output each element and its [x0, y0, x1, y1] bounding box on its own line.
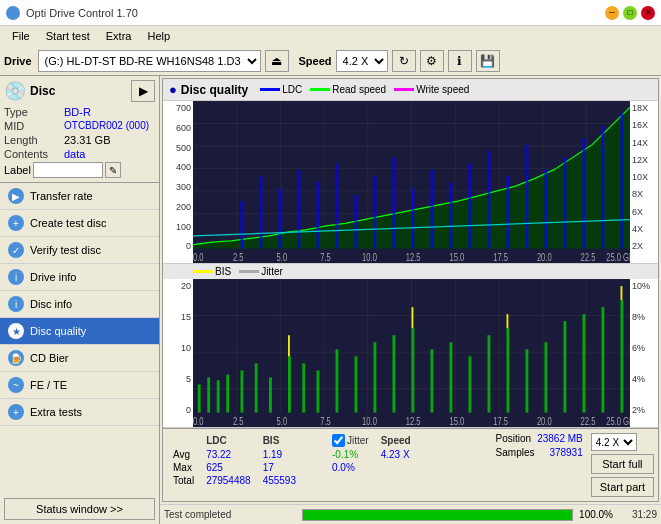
- close-button[interactable]: ✕: [641, 6, 655, 20]
- jitter-checkbox[interactable]: [332, 434, 345, 447]
- menu-help[interactable]: Help: [139, 28, 178, 44]
- settings-button[interactable]: ⚙: [420, 50, 444, 72]
- refresh-button[interactable]: ↻: [392, 50, 416, 72]
- cd-bier-icon: 🍺: [8, 350, 24, 366]
- avg-label: Avg: [167, 448, 200, 461]
- svg-text:5.0: 5.0: [277, 415, 288, 427]
- top-chart-y-axis-left: 700 600 500 400 300 200 100 0: [163, 101, 193, 263]
- svg-rect-76: [374, 343, 377, 413]
- avg-jitter: -0.1%: [326, 448, 375, 461]
- svg-text:10.0: 10.0: [362, 415, 377, 427]
- svg-rect-22: [317, 182, 320, 248]
- svg-rect-28: [431, 170, 434, 249]
- ldc-legend-color: [260, 88, 280, 91]
- start-full-button[interactable]: Start full: [591, 454, 654, 474]
- svg-rect-67: [226, 375, 229, 413]
- fe-te-icon: ~: [8, 377, 24, 393]
- status-text: Test completed: [164, 509, 298, 520]
- nav-label-transfer-rate: Transfer rate: [30, 190, 93, 202]
- top-chart-canvas: 0.0 2.5 5.0 7.5 10.0 12.5 15.0 17.5 20.0…: [193, 101, 630, 263]
- total-label: Total: [167, 474, 200, 487]
- svg-rect-70: [269, 378, 272, 413]
- menu-start-test[interactable]: Start test: [38, 28, 98, 44]
- drive-select[interactable]: (G:) HL-DT-ST BD-RE WH16NS48 1.D3: [38, 50, 261, 72]
- svg-text:22.5: 22.5: [581, 252, 596, 263]
- nav-item-transfer-rate[interactable]: ▶ Transfer rate: [0, 183, 159, 210]
- right-panel: ● Disc quality LDC Read speed: [160, 76, 661, 524]
- nav-label-create-test-disc: Create test disc: [30, 217, 106, 229]
- svg-text:7.5: 7.5: [320, 252, 331, 263]
- progress-area: Test completed 100.0% 31:29: [160, 504, 661, 524]
- app-icon: [6, 6, 20, 20]
- svg-rect-71: [288, 357, 291, 413]
- svg-rect-66: [217, 381, 220, 413]
- menu-extra[interactable]: Extra: [98, 28, 140, 44]
- nav-item-cd-bier[interactable]: 🍺 CD Bier: [0, 345, 159, 372]
- type-label: Type: [4, 106, 64, 118]
- disc-section: 💿 Disc ▶ Type BD-R MID OTCBDR002 (000) L…: [0, 76, 159, 183]
- label-input[interactable]: [33, 162, 103, 178]
- extra-tests-icon: +: [8, 404, 24, 420]
- write-legend-color: [394, 88, 414, 91]
- svg-rect-32: [507, 176, 510, 248]
- jitter-checkbox-label[interactable]: Jitter: [332, 434, 369, 447]
- svg-rect-18: [241, 201, 244, 248]
- svg-text:12.5: 12.5: [406, 252, 421, 263]
- svg-text:22.5: 22.5: [581, 415, 596, 427]
- svg-rect-38: [621, 113, 624, 248]
- disc-icon: 💿: [4, 80, 26, 102]
- svg-rect-37: [602, 126, 605, 248]
- nav-item-disc-info[interactable]: i Disc info: [0, 291, 159, 318]
- nav-label-disc-info: Disc info: [30, 298, 72, 310]
- disc-quality-legend: LDC Read speed Write speed: [260, 84, 469, 95]
- save-button[interactable]: 💾: [476, 50, 500, 72]
- bis-col-header: BIS: [257, 433, 302, 448]
- nav-item-disc-quality[interactable]: ★ Disc quality: [0, 318, 159, 345]
- write-legend-label: Write speed: [416, 84, 469, 95]
- nav-label-drive-info: Drive info: [30, 271, 76, 283]
- svg-rect-29: [450, 182, 453, 248]
- svg-rect-80: [450, 343, 453, 413]
- max-ldc: 625: [200, 461, 257, 474]
- top-chart-section: 700 600 500 400 300 200 100 0: [163, 101, 658, 264]
- disc-quality-title: Disc quality: [181, 83, 248, 97]
- svg-text:17.5: 17.5: [493, 415, 508, 427]
- label-edit-button[interactable]: ✎: [105, 162, 121, 178]
- mid-label: MID: [4, 120, 64, 132]
- right-stats: Position 23862 MB Samples 378931: [496, 433, 583, 497]
- nav-item-extra-tests[interactable]: + Extra tests: [0, 399, 159, 426]
- eject-button[interactable]: ⏏: [265, 50, 289, 72]
- length-label: Length: [4, 134, 64, 146]
- svg-rect-20: [279, 188, 282, 248]
- nav-item-drive-info[interactable]: i Drive info: [0, 264, 159, 291]
- nav-item-create-test-disc[interactable]: + Create test disc: [0, 210, 159, 237]
- speed-select[interactable]: 4.2 X: [336, 50, 388, 72]
- position-value: 23862 MB: [537, 433, 583, 444]
- svg-text:15.0: 15.0: [450, 415, 465, 427]
- nav-item-verify-test-disc[interactable]: ✓ Verify test disc: [0, 237, 159, 264]
- jitter-legend-color: [239, 270, 259, 273]
- nav-label-verify-test-disc: Verify test disc: [30, 244, 101, 256]
- maximize-button[interactable]: □: [623, 6, 637, 20]
- disc-action-button[interactable]: ▶: [131, 80, 155, 102]
- app-title: Opti Drive Control 1.70: [26, 7, 138, 19]
- label-field-label: Label: [4, 164, 31, 176]
- start-part-button[interactable]: Start part: [591, 477, 654, 497]
- nav-item-fe-te[interactable]: ~ FE / TE: [0, 372, 159, 399]
- svg-rect-91: [412, 307, 414, 328]
- menu-file[interactable]: File: [4, 28, 38, 44]
- disc-quality-container: ● Disc quality LDC Read speed: [162, 78, 659, 502]
- minimize-button[interactable]: ─: [605, 6, 619, 20]
- svg-text:10.0: 10.0: [362, 252, 377, 263]
- title-bar: Opti Drive Control 1.70 ─ □ ✕: [0, 0, 661, 26]
- disc-info-icon: i: [8, 296, 24, 312]
- action-speed-select[interactable]: 4.2 X: [591, 433, 637, 451]
- contents-label: Contents: [4, 148, 64, 160]
- info-button[interactable]: ℹ: [448, 50, 472, 72]
- svg-rect-34: [545, 170, 548, 249]
- ldc-col-header: LDC: [200, 433, 257, 448]
- status-window-button[interactable]: Status window >>: [4, 498, 155, 520]
- svg-rect-30: [469, 163, 472, 248]
- main-area: 💿 Disc ▶ Type BD-R MID OTCBDR002 (000) L…: [0, 76, 661, 524]
- top-chart-y-axis-right: 18X 16X 14X 12X 10X 8X 6X 4X 2X: [630, 101, 658, 263]
